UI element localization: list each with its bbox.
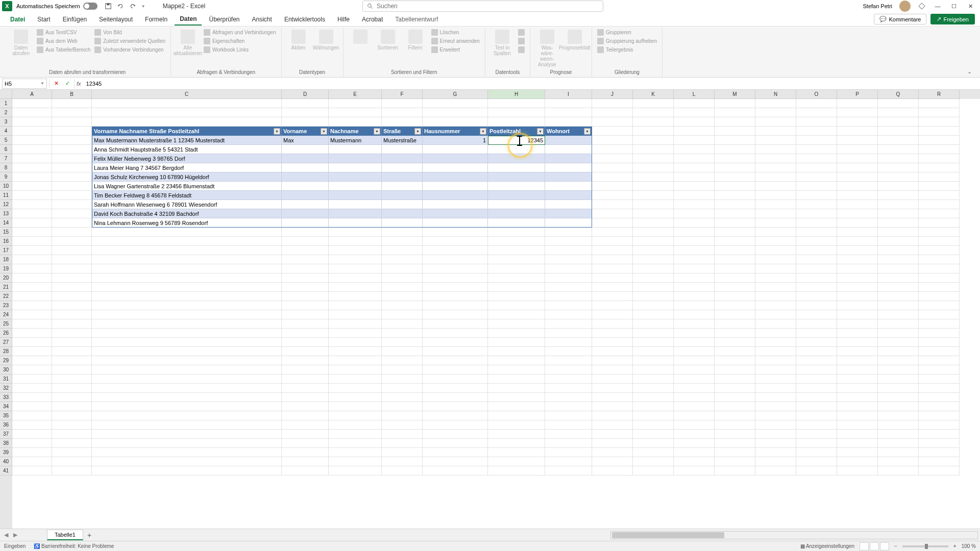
cell[interactable] (837, 448, 878, 457)
text-to-columns-button[interactable]: Text in Spalten (489, 29, 515, 57)
tab-developer[interactable]: Entwicklertools (279, 14, 330, 25)
cell[interactable] (52, 338, 92, 347)
cell[interactable] (488, 430, 545, 439)
cell[interactable] (592, 301, 633, 310)
cell[interactable] (382, 108, 423, 117)
cell[interactable] (329, 310, 382, 319)
cell[interactable] (715, 228, 755, 237)
cell[interactable] (715, 108, 755, 117)
cell[interactable] (674, 402, 715, 411)
cell[interactable] (755, 365, 796, 374)
cell[interactable] (755, 255, 796, 264)
cell[interactable] (715, 273, 755, 283)
cell[interactable] (92, 374, 282, 384)
cell[interactable] (633, 448, 674, 457)
cell[interactable] (837, 191, 878, 200)
cell[interactable] (755, 283, 796, 292)
cell[interactable] (715, 283, 755, 292)
cell[interactable] (282, 466, 329, 475)
cell[interactable] (545, 301, 592, 310)
table-cell[interactable] (329, 191, 382, 200)
cell[interactable] (715, 384, 755, 393)
cell[interactable] (633, 338, 674, 347)
cell[interactable] (382, 273, 423, 283)
diamond-icon[interactable] (918, 2, 926, 10)
cell[interactable] (919, 347, 960, 356)
cell[interactable] (755, 420, 796, 430)
table-cell[interactable] (282, 145, 329, 154)
cell[interactable] (329, 255, 382, 264)
cell[interactable] (715, 411, 755, 420)
cell[interactable] (52, 356, 92, 365)
cell[interactable] (878, 402, 919, 411)
stocks-button[interactable]: Aktien (286, 29, 311, 52)
cell[interactable] (878, 127, 919, 136)
cell[interactable] (592, 209, 633, 218)
cell[interactable] (592, 466, 633, 475)
cell[interactable] (12, 457, 52, 466)
cell[interactable] (715, 374, 755, 384)
row-header[interactable]: 34 (0, 402, 12, 411)
cell[interactable] (837, 99, 878, 108)
cell[interactable] (545, 273, 592, 283)
cell[interactable] (12, 209, 52, 218)
cell[interactable] (488, 347, 545, 356)
from-image-button[interactable]: Von Bild (93, 29, 166, 36)
cell[interactable] (329, 347, 382, 356)
from-text-csv-button[interactable]: Aus Text/CSV (36, 29, 91, 36)
cell[interactable] (796, 218, 837, 228)
row-header[interactable]: 32 (0, 384, 12, 393)
cell[interactable] (755, 402, 796, 411)
cell[interactable] (12, 430, 52, 439)
table-cell[interactable] (488, 172, 545, 182)
datatool-1[interactable] (517, 29, 526, 36)
close-button[interactable]: ✕ (966, 2, 975, 11)
comments-button[interactable]: 💬 Kommentare (874, 14, 926, 24)
cell[interactable] (755, 338, 796, 347)
cell[interactable] (715, 172, 755, 182)
cell[interactable] (878, 283, 919, 292)
cell[interactable] (52, 108, 92, 117)
cell[interactable] (12, 228, 52, 237)
cell[interactable] (715, 246, 755, 255)
cell[interactable] (92, 402, 282, 411)
table-cell[interactable]: Musterstraße (382, 136, 423, 145)
cell[interactable] (878, 319, 919, 329)
row-header[interactable]: 27 (0, 338, 12, 347)
cell[interactable] (674, 163, 715, 172)
cell[interactable] (282, 365, 329, 374)
cell[interactable] (919, 255, 960, 264)
cell[interactable] (382, 301, 423, 310)
view-pagelayout-button[interactable] (870, 542, 879, 550)
cell[interactable] (92, 329, 282, 338)
cell[interactable] (633, 393, 674, 402)
table-header-cell[interactable]: Hausnummer▼ (423, 127, 488, 136)
cell[interactable] (633, 99, 674, 108)
cell[interactable] (488, 108, 545, 117)
cell[interactable] (545, 264, 592, 273)
cell[interactable] (282, 255, 329, 264)
table-cell[interactable] (423, 209, 488, 218)
cell[interactable] (423, 384, 488, 393)
cell[interactable] (282, 301, 329, 310)
cell[interactable] (919, 420, 960, 430)
cell[interactable] (382, 439, 423, 448)
cell[interactable] (755, 439, 796, 448)
cell[interactable] (755, 356, 796, 365)
cell[interactable] (545, 338, 592, 347)
cell[interactable] (329, 457, 382, 466)
sort-az-button[interactable] (348, 29, 373, 45)
cell[interactable] (545, 393, 592, 402)
cell[interactable] (919, 209, 960, 218)
cell[interactable] (92, 466, 282, 475)
cell[interactable] (329, 283, 382, 292)
cell[interactable] (837, 117, 878, 127)
row-header[interactable]: 22 (0, 292, 12, 301)
cell[interactable] (488, 237, 545, 246)
cell[interactable] (12, 402, 52, 411)
column-header-O[interactable]: O (796, 90, 837, 99)
user-name[interactable]: Stefan Petri (863, 3, 892, 9)
row-header[interactable]: 21 (0, 283, 12, 292)
cell[interactable] (52, 347, 92, 356)
cell[interactable] (919, 191, 960, 200)
